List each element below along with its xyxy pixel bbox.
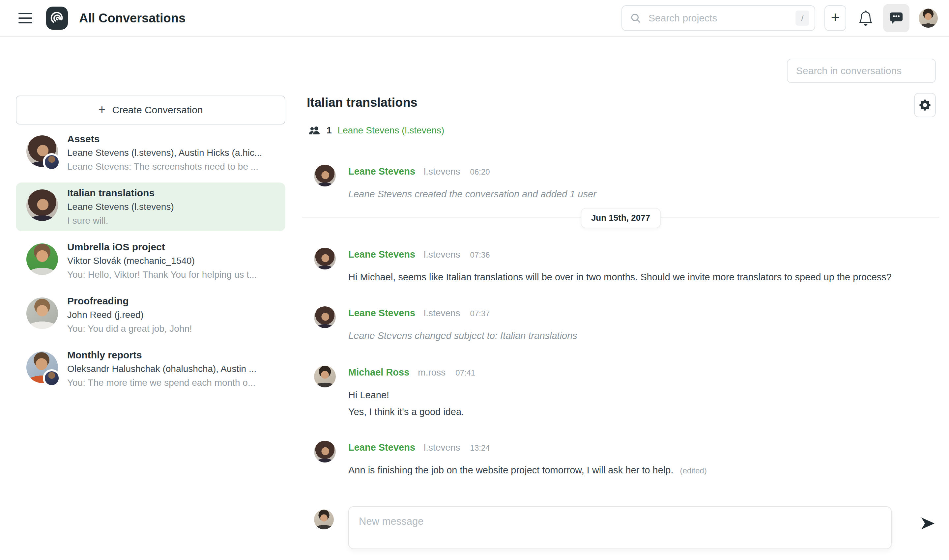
gear-icon xyxy=(919,100,931,111)
message-text: Ann is finishing the job on the website … xyxy=(348,465,673,475)
message-time: 13:24 xyxy=(470,443,490,452)
send-icon xyxy=(920,515,936,531)
search-in-conversations-input[interactable] xyxy=(795,65,927,77)
message-username: l.stevens xyxy=(424,308,460,318)
message-avatar[interactable] xyxy=(314,306,336,328)
system-message-text: Leane Stevens created the conversation a… xyxy=(348,186,936,202)
conversation-preview: You: You did a great job, John! xyxy=(67,322,281,336)
message: Leane Stevens l.stevens 06:20 Leane Stev… xyxy=(314,165,936,202)
composer-box xyxy=(348,506,892,549)
send-button[interactable] xyxy=(920,515,936,531)
message: Leane Stevens l.stevens 13:24 Ann is fin… xyxy=(314,441,936,478)
search-projects-box: / xyxy=(621,5,815,31)
conversation-preview: I sure will. xyxy=(67,214,281,228)
chat-bubble-icon xyxy=(889,11,904,26)
edited-badge: (edited) xyxy=(680,466,707,475)
search-projects-input[interactable] xyxy=(648,12,789,24)
message-username: m.ross xyxy=(418,367,445,378)
members-link[interactable]: Leane Stevens (l.stevens) xyxy=(338,125,445,136)
create-conversation-button[interactable]: + Create Conversation xyxy=(16,95,285,125)
conversation-avatar xyxy=(26,135,58,167)
add-button[interactable]: + xyxy=(824,5,846,31)
conversation-avatar xyxy=(26,243,58,275)
message-avatar[interactable] xyxy=(314,441,336,463)
page-title: All Conversations xyxy=(79,11,185,25)
conversation-preview: You: The more time we spend each month o… xyxy=(67,376,281,390)
keyboard-shortcut-hint: / xyxy=(795,11,809,26)
logo-swirl-icon xyxy=(49,11,65,26)
date-pill: Jun 15th, 2077 xyxy=(581,208,661,228)
conversation-item-proofreading[interactable]: Proofreading John Reed (j.reed) You: You… xyxy=(16,291,285,339)
conversation-members: Viktor Slovák (mechanic_1540) xyxy=(67,254,281,268)
message-avatar[interactable] xyxy=(314,366,336,388)
chat-app: All Conversations / + + xyxy=(0,0,949,560)
message-time: 06:20 xyxy=(470,167,490,177)
message-avatar[interactable] xyxy=(314,248,336,269)
chat-title: Italian translations xyxy=(307,95,417,110)
conversation-list: Assets Leane Stevens (l.stevens), Austin… xyxy=(16,128,285,393)
conversation-item-umbrella-ios-project[interactable]: Umbrella iOS project Viktor Slovák (mech… xyxy=(16,237,285,285)
message-avatar[interactable] xyxy=(314,165,336,186)
message-text: Hi Michael, seems like Italian translati… xyxy=(348,269,936,285)
message-time: 07:37 xyxy=(470,309,490,318)
conversation-avatar xyxy=(26,297,58,329)
conversation-members: John Reed (j.reed) xyxy=(67,308,281,322)
create-conversation-label: Create Conversation xyxy=(112,105,203,115)
conversation-title: Assets xyxy=(67,132,281,146)
conversations-button-active[interactable] xyxy=(883,4,909,32)
message-username: l.stevens xyxy=(424,166,460,177)
bell-icon xyxy=(858,10,873,26)
top-bar: All Conversations / + xyxy=(0,0,949,37)
message-time: 07:41 xyxy=(455,368,475,377)
conversation-members: Leane Stevens (l.stevens) xyxy=(67,200,281,214)
message-author[interactable]: Michael Ross xyxy=(348,367,409,378)
plus-icon: + xyxy=(98,103,105,117)
new-message-input[interactable] xyxy=(358,515,883,542)
conversation-settings-button[interactable] xyxy=(914,93,936,117)
message-author[interactable]: Leane Stevens xyxy=(348,249,415,260)
conversation-avatar xyxy=(26,189,58,221)
conversation-item-monthly-reports[interactable]: Monthly reports Oleksandr Halushchak (oh… xyxy=(16,345,285,393)
message: Leane Stevens l.stevens 07:37 Leane Stev… xyxy=(314,306,936,344)
composer-user-avatar xyxy=(314,509,334,529)
system-message-text: Leane Stevens changed subject to: Italia… xyxy=(348,328,936,344)
hamburger-menu-icon[interactable] xyxy=(18,13,32,23)
conversation-title: Proofreading xyxy=(67,294,281,308)
message-composer xyxy=(314,506,936,549)
conversations-sidebar: + Create Conversation Assets Leane Steve… xyxy=(16,95,285,398)
message-text: Yes, I think it's a good idea. xyxy=(348,404,936,420)
user-avatar[interactable] xyxy=(919,9,938,28)
members-count: 1 xyxy=(327,125,332,136)
conversation-preview: Leane Stevens: The screenshots need to b… xyxy=(67,160,281,174)
conversation-preview: You: Hello, Viktor! Thank You for helpin… xyxy=(67,268,281,282)
search-in-conversations-box xyxy=(787,58,936,83)
members-row: 1 Leane Stevens (l.stevens) xyxy=(308,125,444,136)
conversation-title: Umbrella iOS project xyxy=(67,240,281,254)
message: Leane Stevens l.stevens 07:36 Hi Michael… xyxy=(314,248,936,285)
chat-panel: Italian translations 1 Leane Stevens (l.… xyxy=(302,92,939,560)
search-icon xyxy=(630,12,641,24)
message-username: l.stevens xyxy=(424,442,460,453)
conversation-title: Monthly reports xyxy=(67,348,281,362)
message: Michael Ross m.ross 07:41 Hi Leane! Yes,… xyxy=(314,366,936,420)
app-logo[interactable] xyxy=(46,6,68,30)
message-author[interactable]: Leane Stevens xyxy=(348,442,415,453)
conversation-item-italian-translations-selected[interactable]: Italian translations Leane Stevens (l.st… xyxy=(16,183,285,231)
message-time: 07:36 xyxy=(470,250,490,260)
conversation-title: Italian translations xyxy=(67,186,281,200)
conversation-item-assets[interactable]: Assets Leane Stevens (l.stevens), Austin… xyxy=(16,128,285,177)
members-icon xyxy=(308,125,320,136)
notifications-button[interactable] xyxy=(858,10,873,26)
conversation-members: Leane Stevens (l.stevens), Austin Hicks … xyxy=(67,146,281,160)
conversation-avatar xyxy=(26,351,58,383)
conversation-members: Oleksandr Halushchak (ohalushcha), Austi… xyxy=(67,362,281,376)
message-username: l.stevens xyxy=(424,249,460,260)
message-author[interactable]: Leane Stevens xyxy=(348,308,415,318)
date-divider: Jun 15th, 2077 xyxy=(302,217,939,218)
message-text: Hi Leane! xyxy=(348,387,936,403)
message-author[interactable]: Leane Stevens xyxy=(348,166,415,177)
